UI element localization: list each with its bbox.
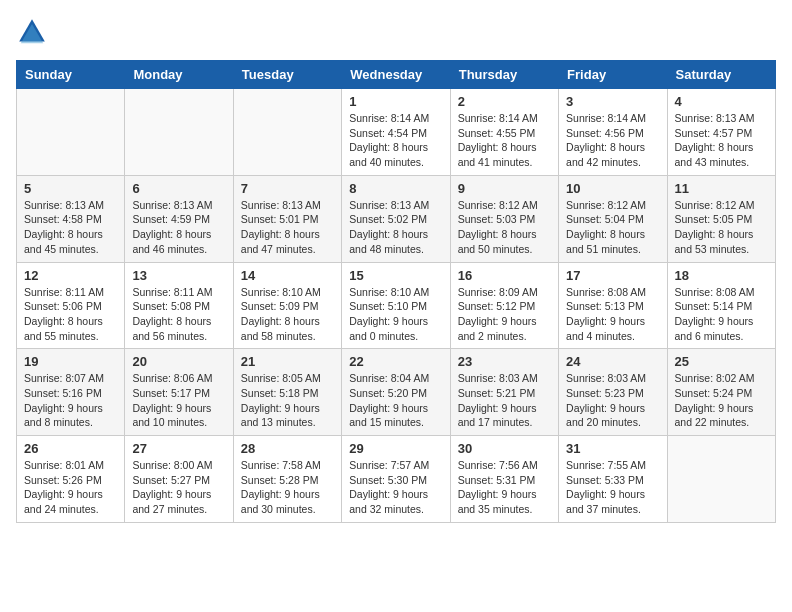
calendar-cell: 7Sunrise: 8:13 AM Sunset: 5:01 PM Daylig… [233,175,341,262]
day-number: 17 [566,268,659,283]
weekday-header-row: SundayMondayTuesdayWednesdayThursdayFrid… [17,61,776,89]
day-number: 3 [566,94,659,109]
calendar-cell [125,89,233,176]
logo-icon [16,16,48,48]
day-info: Sunrise: 8:08 AM Sunset: 5:14 PM Dayligh… [675,285,768,344]
calendar-cell: 10Sunrise: 8:12 AM Sunset: 5:04 PM Dayli… [559,175,667,262]
calendar-cell: 31Sunrise: 7:55 AM Sunset: 5:33 PM Dayli… [559,436,667,523]
day-number: 9 [458,181,551,196]
day-info: Sunrise: 8:03 AM Sunset: 5:21 PM Dayligh… [458,371,551,430]
day-number: 23 [458,354,551,369]
day-number: 1 [349,94,442,109]
calendar-cell [17,89,125,176]
day-info: Sunrise: 8:11 AM Sunset: 5:08 PM Dayligh… [132,285,225,344]
day-info: Sunrise: 7:55 AM Sunset: 5:33 PM Dayligh… [566,458,659,517]
calendar-cell: 28Sunrise: 7:58 AM Sunset: 5:28 PM Dayli… [233,436,341,523]
calendar-cell: 22Sunrise: 8:04 AM Sunset: 5:20 PM Dayli… [342,349,450,436]
calendar-cell: 24Sunrise: 8:03 AM Sunset: 5:23 PM Dayli… [559,349,667,436]
day-number: 10 [566,181,659,196]
day-info: Sunrise: 8:06 AM Sunset: 5:17 PM Dayligh… [132,371,225,430]
day-number: 21 [241,354,334,369]
calendar-cell: 2Sunrise: 8:14 AM Sunset: 4:55 PM Daylig… [450,89,558,176]
day-info: Sunrise: 8:00 AM Sunset: 5:27 PM Dayligh… [132,458,225,517]
day-info: Sunrise: 8:12 AM Sunset: 5:05 PM Dayligh… [675,198,768,257]
day-number: 25 [675,354,768,369]
day-info: Sunrise: 8:13 AM Sunset: 4:57 PM Dayligh… [675,111,768,170]
calendar-cell [233,89,341,176]
calendar-cell: 19Sunrise: 8:07 AM Sunset: 5:16 PM Dayli… [17,349,125,436]
weekday-header-wednesday: Wednesday [342,61,450,89]
calendar-cell: 14Sunrise: 8:10 AM Sunset: 5:09 PM Dayli… [233,262,341,349]
calendar-cell: 30Sunrise: 7:56 AM Sunset: 5:31 PM Dayli… [450,436,558,523]
day-info: Sunrise: 7:58 AM Sunset: 5:28 PM Dayligh… [241,458,334,517]
calendar-cell: 26Sunrise: 8:01 AM Sunset: 5:26 PM Dayli… [17,436,125,523]
day-number: 5 [24,181,117,196]
calendar-table: SundayMondayTuesdayWednesdayThursdayFrid… [16,60,776,523]
calendar-cell: 1Sunrise: 8:14 AM Sunset: 4:54 PM Daylig… [342,89,450,176]
day-info: Sunrise: 8:13 AM Sunset: 5:01 PM Dayligh… [241,198,334,257]
day-number: 8 [349,181,442,196]
day-number: 30 [458,441,551,456]
calendar-cell: 17Sunrise: 8:08 AM Sunset: 5:13 PM Dayli… [559,262,667,349]
day-number: 13 [132,268,225,283]
calendar-week-row: 12Sunrise: 8:11 AM Sunset: 5:06 PM Dayli… [17,262,776,349]
day-number: 28 [241,441,334,456]
day-info: Sunrise: 8:10 AM Sunset: 5:09 PM Dayligh… [241,285,334,344]
calendar-cell: 16Sunrise: 8:09 AM Sunset: 5:12 PM Dayli… [450,262,558,349]
weekday-header-thursday: Thursday [450,61,558,89]
calendar-cell: 9Sunrise: 8:12 AM Sunset: 5:03 PM Daylig… [450,175,558,262]
day-info: Sunrise: 8:14 AM Sunset: 4:55 PM Dayligh… [458,111,551,170]
weekday-header-monday: Monday [125,61,233,89]
day-info: Sunrise: 8:12 AM Sunset: 5:04 PM Dayligh… [566,198,659,257]
day-number: 7 [241,181,334,196]
day-info: Sunrise: 8:13 AM Sunset: 4:59 PM Dayligh… [132,198,225,257]
day-number: 19 [24,354,117,369]
calendar-cell: 21Sunrise: 8:05 AM Sunset: 5:18 PM Dayli… [233,349,341,436]
day-info: Sunrise: 8:09 AM Sunset: 5:12 PM Dayligh… [458,285,551,344]
calendar-cell: 27Sunrise: 8:00 AM Sunset: 5:27 PM Dayli… [125,436,233,523]
day-info: Sunrise: 7:57 AM Sunset: 5:30 PM Dayligh… [349,458,442,517]
weekday-header-tuesday: Tuesday [233,61,341,89]
day-info: Sunrise: 8:07 AM Sunset: 5:16 PM Dayligh… [24,371,117,430]
day-number: 16 [458,268,551,283]
day-number: 26 [24,441,117,456]
calendar-cell: 11Sunrise: 8:12 AM Sunset: 5:05 PM Dayli… [667,175,775,262]
day-number: 15 [349,268,442,283]
day-info: Sunrise: 8:12 AM Sunset: 5:03 PM Dayligh… [458,198,551,257]
calendar-cell [667,436,775,523]
calendar-cell: 12Sunrise: 8:11 AM Sunset: 5:06 PM Dayli… [17,262,125,349]
calendar-cell: 3Sunrise: 8:14 AM Sunset: 4:56 PM Daylig… [559,89,667,176]
day-number: 14 [241,268,334,283]
calendar-cell: 4Sunrise: 8:13 AM Sunset: 4:57 PM Daylig… [667,89,775,176]
calendar-cell: 25Sunrise: 8:02 AM Sunset: 5:24 PM Dayli… [667,349,775,436]
calendar-cell: 8Sunrise: 8:13 AM Sunset: 5:02 PM Daylig… [342,175,450,262]
day-number: 20 [132,354,225,369]
day-info: Sunrise: 8:05 AM Sunset: 5:18 PM Dayligh… [241,371,334,430]
day-info: Sunrise: 8:13 AM Sunset: 4:58 PM Dayligh… [24,198,117,257]
calendar-cell: 13Sunrise: 8:11 AM Sunset: 5:08 PM Dayli… [125,262,233,349]
calendar-cell: 6Sunrise: 8:13 AM Sunset: 4:59 PM Daylig… [125,175,233,262]
day-info: Sunrise: 8:14 AM Sunset: 4:54 PM Dayligh… [349,111,442,170]
day-number: 12 [24,268,117,283]
calendar-cell: 20Sunrise: 8:06 AM Sunset: 5:17 PM Dayli… [125,349,233,436]
day-info: Sunrise: 8:14 AM Sunset: 4:56 PM Dayligh… [566,111,659,170]
calendar-cell: 29Sunrise: 7:57 AM Sunset: 5:30 PM Dayli… [342,436,450,523]
day-info: Sunrise: 8:10 AM Sunset: 5:10 PM Dayligh… [349,285,442,344]
page-header [16,16,776,48]
day-number: 22 [349,354,442,369]
logo [16,16,52,48]
day-info: Sunrise: 8:11 AM Sunset: 5:06 PM Dayligh… [24,285,117,344]
day-info: Sunrise: 8:04 AM Sunset: 5:20 PM Dayligh… [349,371,442,430]
day-number: 6 [132,181,225,196]
day-number: 11 [675,181,768,196]
day-info: Sunrise: 8:02 AM Sunset: 5:24 PM Dayligh… [675,371,768,430]
day-number: 27 [132,441,225,456]
day-info: Sunrise: 8:08 AM Sunset: 5:13 PM Dayligh… [566,285,659,344]
day-info: Sunrise: 7:56 AM Sunset: 5:31 PM Dayligh… [458,458,551,517]
day-number: 31 [566,441,659,456]
day-number: 4 [675,94,768,109]
day-info: Sunrise: 8:01 AM Sunset: 5:26 PM Dayligh… [24,458,117,517]
day-number: 2 [458,94,551,109]
day-info: Sunrise: 8:03 AM Sunset: 5:23 PM Dayligh… [566,371,659,430]
calendar-week-row: 26Sunrise: 8:01 AM Sunset: 5:26 PM Dayli… [17,436,776,523]
